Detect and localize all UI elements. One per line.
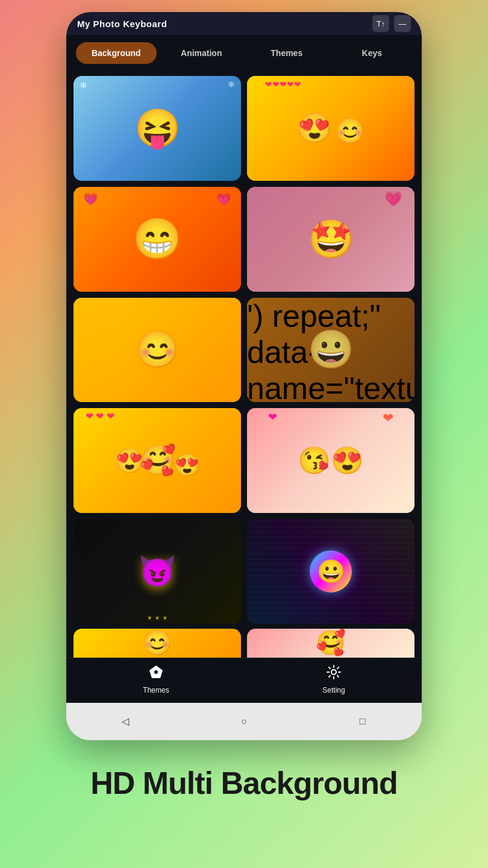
tab-animation[interactable]: Animation — [161, 42, 242, 64]
heart-right: 💗 — [216, 192, 231, 206]
wallpaper-item-7[interactable]: 😍 🥰 😍 ❤ ❤ ❤ — [74, 408, 241, 513]
emoji-face-7b: 🥰 — [140, 444, 176, 477]
neon-face-container: 😀 — [310, 550, 352, 593]
emoji-face-1: 😝 — [134, 107, 181, 150]
footer-area: HD Multi Background — [0, 740, 488, 820]
minimize-icon[interactable]: — — [394, 15, 411, 32]
wallpaper-item-8[interactable]: ❤ ❤ 😘 😍 — [247, 408, 414, 513]
heart-left: 💗 — [83, 192, 98, 206]
heart-float-1: ❤ — [268, 410, 277, 424]
emoji-face-4: 🤩 — [308, 218, 354, 261]
svg-point-2 — [331, 670, 336, 675]
svg-point-1 — [154, 670, 158, 674]
partial-emoji-2: 🥰 — [247, 629, 414, 658]
nav-themes-label: Themes — [143, 686, 169, 694]
heart-float-2: ❤ — [383, 410, 393, 426]
hearts-scatter: ❤ ❤ ❤ — [86, 410, 114, 422]
emoji-face-10: 😀 — [317, 558, 345, 585]
themes-icon — [148, 664, 164, 684]
recent-button[interactable]: □ — [354, 712, 372, 731]
bottom-nav: Themes Setting — [66, 658, 422, 703]
footer-title: HD Multi Background — [90, 764, 398, 802]
emoji-face-6: 😀 — [308, 328, 354, 371]
tab-bar: Background Animation Themes Keys — [66, 35, 422, 71]
app-screen: Background Animation Themes Keys ❄ ❄ 😝 ❤… — [66, 35, 422, 703]
drip-effect: ▼ ▼ ▼ — [146, 615, 167, 621]
partial-row: 😊 🥰 — [66, 629, 422, 658]
tab-keys[interactable]: Keys — [332, 42, 413, 64]
tab-themes[interactable]: Themes — [246, 42, 327, 64]
nav-themes[interactable]: Themes — [143, 664, 169, 694]
snowflake-left: ❄ — [80, 80, 87, 91]
hearts-top: ❤❤❤❤❤ — [265, 80, 301, 89]
emoji-face-7c: 😍 — [174, 453, 201, 478]
nav-setting[interactable]: Setting — [322, 664, 345, 694]
emoji-face-3: 😁 — [133, 216, 182, 262]
wallpaper-item-10[interactable]: 😀 — [247, 519, 414, 624]
android-nav-bar: ◁ ○ □ — [66, 703, 422, 740]
emoji-face-2a: 😍 — [296, 112, 333, 145]
wallpaper-item-4[interactable]: 💗 🤩 — [247, 187, 414, 292]
wallpaper-grid: ❄ ❄ 😝 ❤❤❤❤❤ 😍 😊 💗 💗 😁 — [66, 71, 422, 629]
wallpaper-item-5[interactable]: 😊 — [74, 298, 241, 403]
emoji-face-8b: 😍 — [331, 445, 364, 476]
back-button[interactable]: ◁ — [116, 712, 134, 731]
home-button[interactable]: ○ — [235, 712, 253, 731]
partial-emoji-1: 😊 — [74, 629, 241, 658]
wallpaper-item-3[interactable]: 💗 💗 😁 — [74, 187, 241, 292]
glow-overlay — [74, 298, 241, 403]
wallpaper-item-9[interactable]: 😈 ▼ ▼ ▼ — [74, 519, 241, 624]
partial-item-1[interactable]: 😊 — [74, 629, 241, 658]
emoji-face-8a: 😘 — [298, 445, 331, 476]
heart-top: 💗 — [384, 190, 402, 207]
wallpaper-item-2[interactable]: ❤❤❤❤❤ 😍 😊 — [247, 76, 414, 181]
tab-background[interactable]: Background — [76, 42, 157, 64]
phone-container: My Photo Keyboard T↑ — Background Animat… — [66, 12, 422, 740]
settings-icon — [326, 664, 342, 684]
snowflake-right: ❄ — [228, 80, 235, 89]
emoji-face-2b: 😊 — [335, 117, 365, 145]
wallpaper-item-6[interactable]: ') repeat;" data-name="texture-overlay" … — [247, 298, 414, 403]
emoji-face-9: 😈 — [139, 554, 176, 589]
partial-item-2[interactable]: 🥰 — [247, 629, 414, 658]
nav-setting-label: Setting — [322, 686, 345, 694]
app-title: My Photo Keyboard — [77, 19, 167, 29]
text-size-icon[interactable]: T↑ — [372, 15, 389, 32]
header-icons: T↑ — — [372, 15, 411, 32]
app-header: My Photo Keyboard T↑ — — [66, 12, 422, 35]
wallpaper-item-1[interactable]: ❄ ❄ 😝 — [74, 76, 241, 181]
